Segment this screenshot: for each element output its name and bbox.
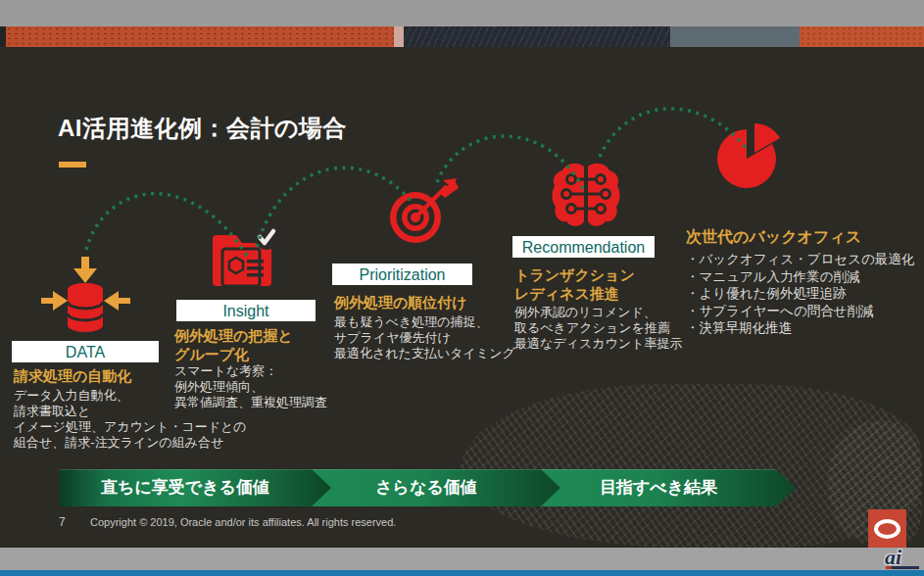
banner-artwork-strip xyxy=(0,26,924,47)
banner-pink-sliver xyxy=(394,26,404,47)
stage-heading-data: 請求処理の自動化 xyxy=(14,366,131,385)
stage-label-data: DATA xyxy=(12,341,159,362)
value-bar-segment-immediate: 直ちに享受できる価値 xyxy=(59,469,331,506)
stage-label-insight: Insight xyxy=(176,300,316,321)
screenshot-canvas: AI活用進化例：会計の場合 xyxy=(0,0,924,576)
stage-body-insight: スマートな考察： 例外処理傾向、 異常値調査、重複処理調査 xyxy=(174,363,327,410)
stage-heading-recommendation: トランザクション レディネス推進 xyxy=(514,265,635,303)
value-bar-segment-further: さらなる価値 xyxy=(312,469,560,506)
top-gray-bar xyxy=(0,0,924,26)
stage-bullets-nextgen: ・バックオフィス・プロセスの最適化 ・マニュアル入力作業の削減 ・より優れた例外… xyxy=(686,251,914,337)
banner-navy-fabric xyxy=(404,26,670,47)
stage-heading-nextgen: 次世代のバックオフィス xyxy=(686,227,861,246)
bullet-item: ・マニュアル入力作業の削減 xyxy=(686,268,914,286)
banner-orange-texture xyxy=(6,26,394,47)
bullet-item: ・より優れた例外処理追跡 xyxy=(686,285,914,303)
bullet-item: ・バックオフィス・プロセスの最適化 xyxy=(686,251,914,268)
bullet-item: ・サプライヤーへの問合せ削減 xyxy=(686,303,914,320)
bottom-blue-strip xyxy=(0,570,924,576)
banner-slate-block xyxy=(670,26,800,47)
oracle-logo-icon xyxy=(868,509,906,548)
oracle-ring xyxy=(874,519,900,539)
stage-label-prioritization: Prioritization xyxy=(332,264,472,285)
copyright-text: Copyright © 2019, Oracle and/or its affi… xyxy=(90,516,396,528)
stage-heading-insight: 例外処理の把握と グループ化 xyxy=(174,326,293,363)
presentation-slide: AI活用進化例：会計の場合 xyxy=(0,47,924,548)
bottom-gray-bar xyxy=(0,548,924,570)
page-number: 7 xyxy=(59,515,66,529)
stage-body-recommendation: 例外承認のリコメンド、 取るべきアクションを推薦 最適なディスカウント率提示 xyxy=(514,305,682,352)
bullet-item: ・決算早期化推進 xyxy=(686,319,914,337)
watermark-underbar-accent xyxy=(886,566,892,569)
stage-label-recommendation: Recommendation xyxy=(512,236,655,258)
value-bar-segment-outcome: 目指すべき結果 xyxy=(541,469,796,506)
stage-heading-prioritization: 例外処理の順位付け xyxy=(334,293,467,312)
banner-orange-corner xyxy=(800,26,924,47)
stage-body-prioritization: 最も疑うべき処理の捕捉、 サプライヤ優先付け 最適化された支払いタイミング xyxy=(334,314,515,361)
